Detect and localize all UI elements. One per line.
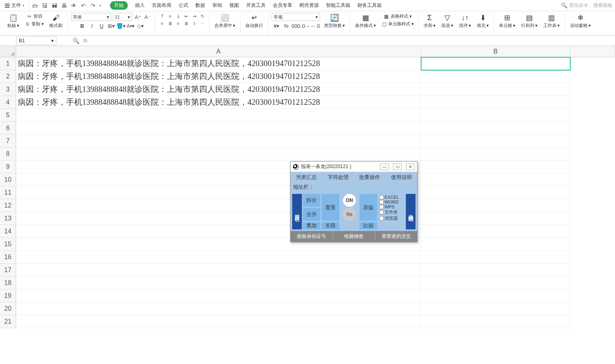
- name-box[interactable]: B1▾: [16, 36, 56, 45]
- format-painter-button[interactable]: 🖌 格式刷: [48, 13, 64, 29]
- merge-button[interactable]: ⬜合并居中▾: [213, 13, 237, 29]
- cell[interactable]: [421, 173, 570, 186]
- link-button[interactable]: 关联: [322, 222, 339, 229]
- underline-button[interactable]: U: [98, 22, 106, 30]
- accumulate-button[interactable]: 累加: [303, 222, 320, 229]
- row-header[interactable]: 15: [0, 238, 16, 251]
- increase-font-button[interactable]: A⁺: [134, 13, 142, 21]
- indent-inc[interactable]: ⇥: [191, 13, 198, 19]
- indent-dec[interactable]: ⇤: [183, 13, 190, 19]
- row-header[interactable]: 16: [0, 251, 16, 264]
- tab-formula[interactable]: 公式: [179, 2, 188, 9]
- fx-icon[interactable]: fx: [83, 37, 87, 44]
- filter-button[interactable]: ▽筛选▾: [440, 13, 455, 29]
- dedup-button[interactable]: 查重: [322, 194, 339, 221]
- row-header[interactable]: 19: [0, 289, 16, 302]
- orientation[interactable]: ↻: [199, 13, 206, 19]
- tab-view[interactable]: 视图: [229, 2, 239, 9]
- row-header[interactable]: 20: [0, 302, 16, 315]
- qat-dropdown[interactable]: ▾: [100, 4, 101, 7]
- fill-color-button[interactable]: 🪣▾: [117, 22, 125, 30]
- cell[interactable]: [16, 289, 421, 302]
- copy-button[interactable]: ⎘复制▾: [23, 21, 45, 27]
- font-size-select[interactable]: 11▾: [113, 13, 132, 21]
- command-search[interactable]: 🔍 查找命令、搜索模板: [561, 2, 613, 9]
- cut-button[interactable]: ✂剪切: [25, 13, 44, 20]
- print-icon[interactable]: 🖶: [61, 2, 67, 9]
- cell[interactable]: [421, 70, 570, 83]
- sort-button[interactable]: ↓↑排序▾: [457, 13, 473, 29]
- dialog-titlebar[interactable]: 报表一条龙(20220121 ) — ▭ ✕: [291, 162, 417, 172]
- tab-finance[interactable]: 财务工具箱: [357, 2, 382, 9]
- row-header[interactable]: 5: [0, 109, 16, 122]
- sum-button[interactable]: Σ求和▾: [422, 13, 437, 29]
- preview-icon[interactable]: 👁: [71, 2, 77, 9]
- cell-button[interactable]: ⊞单元格▾: [497, 13, 517, 29]
- check-wps[interactable]: WPS: [379, 204, 401, 209]
- inc-decimal-button[interactable]: .0→: [301, 22, 310, 30]
- search-icon[interactable]: 🔍: [73, 37, 79, 44]
- row-header[interactable]: 11: [0, 186, 16, 199]
- merge-button[interactable]: 合并: [303, 208, 320, 221]
- comma-button[interactable]: 000: [292, 22, 300, 30]
- tab-vip[interactable]: 会员专享: [273, 2, 292, 9]
- close-button[interactable]: ✕: [406, 164, 415, 170]
- cell[interactable]: [421, 135, 570, 148]
- paste-button[interactable]: 📋 粘贴▾: [6, 13, 21, 29]
- font-name-select[interactable]: 宋体▾: [71, 13, 111, 21]
- dec-decimal-button[interactable]: ←.0: [311, 22, 319, 30]
- row-header[interactable]: 21: [0, 315, 16, 328]
- file-menu[interactable]: 文件 ▾: [2, 1, 27, 10]
- cell[interactable]: 病因：牙疼，手机13988488848就诊医院：上海市第四人民医院，420300…: [16, 96, 421, 109]
- fill-button[interactable]: ⬇填充▾: [475, 13, 490, 29]
- close-process-button[interactable]: 关闭进程: [406, 194, 416, 229]
- row-header[interactable]: 17: [0, 264, 16, 277]
- cell[interactable]: [421, 225, 570, 238]
- cell[interactable]: [421, 277, 570, 289]
- table-style-button[interactable]: ▦表格样式▾: [382, 13, 413, 20]
- check-excel[interactable]: EXCEL: [379, 195, 401, 200]
- tab-insert[interactable]: 插入: [135, 2, 145, 9]
- align-center[interactable]: ≣: [166, 20, 174, 27]
- cell[interactable]: [421, 289, 570, 302]
- maximize-button[interactable]: ▭: [393, 164, 402, 170]
- row-header[interactable]: 7: [0, 135, 16, 148]
- align-middle[interactable]: ≡: [166, 13, 174, 19]
- cell[interactable]: [421, 212, 570, 225]
- cell[interactable]: [16, 251, 421, 264]
- cell[interactable]: [421, 302, 570, 315]
- row-header[interactable]: 1: [0, 57, 16, 70]
- menu-summary[interactable]: 另类汇总: [291, 172, 322, 183]
- align-right[interactable]: ≡: [175, 20, 182, 27]
- formula-input[interactable]: [91, 37, 615, 45]
- cell[interactable]: 病因：牙疼，手机13988488848就诊医院：上海市第四人民医院，420300…: [16, 70, 421, 83]
- cell[interactable]: [421, 57, 570, 70]
- minimize-button[interactable]: —: [380, 164, 389, 170]
- row-header[interactable]: 3: [0, 83, 16, 96]
- menu-help[interactable]: 使用说明: [386, 172, 418, 183]
- align-dist[interactable]: ⫴: [191, 20, 198, 27]
- row-header[interactable]: 13: [0, 212, 16, 225]
- redo-icon[interactable]: ↷: [90, 2, 96, 9]
- font-color-button[interactable]: A▾: [127, 22, 135, 30]
- freeze-button[interactable]: ❄冻结窗格▾: [568, 13, 592, 29]
- menu-batch[interactable]: 批量操作: [354, 172, 386, 183]
- cell[interactable]: [421, 199, 570, 212]
- check-browser[interactable]: 浏览器: [379, 215, 401, 221]
- row-header[interactable]: 12: [0, 199, 16, 212]
- currency-button[interactable]: ¥▾: [272, 22, 280, 30]
- rowcol-button[interactable]: ▤行和列▾: [519, 13, 539, 29]
- wrap-button[interactable]: ↵自动换行: [244, 13, 265, 29]
- row-header[interactable]: 8: [0, 148, 16, 160]
- align-bottom[interactable]: ⤓: [175, 13, 182, 19]
- save-icon[interactable]: 🖫: [42, 2, 48, 9]
- type-convert-button[interactable]: 🔄类型转换▾: [322, 13, 347, 29]
- menu-string[interactable]: 字符处理: [322, 172, 354, 183]
- border-button[interactable]: ⊞▾: [107, 22, 115, 30]
- cell[interactable]: [421, 238, 570, 251]
- tab-review[interactable]: 审阅: [212, 2, 222, 9]
- cell[interactable]: 病因：牙疼，手机13988488848就诊医院：上海市第四人民医院，420300…: [16, 83, 421, 96]
- cell[interactable]: [421, 148, 570, 160]
- cell[interactable]: [16, 109, 421, 122]
- open-sample-button[interactable]: 打开样表: [292, 194, 302, 229]
